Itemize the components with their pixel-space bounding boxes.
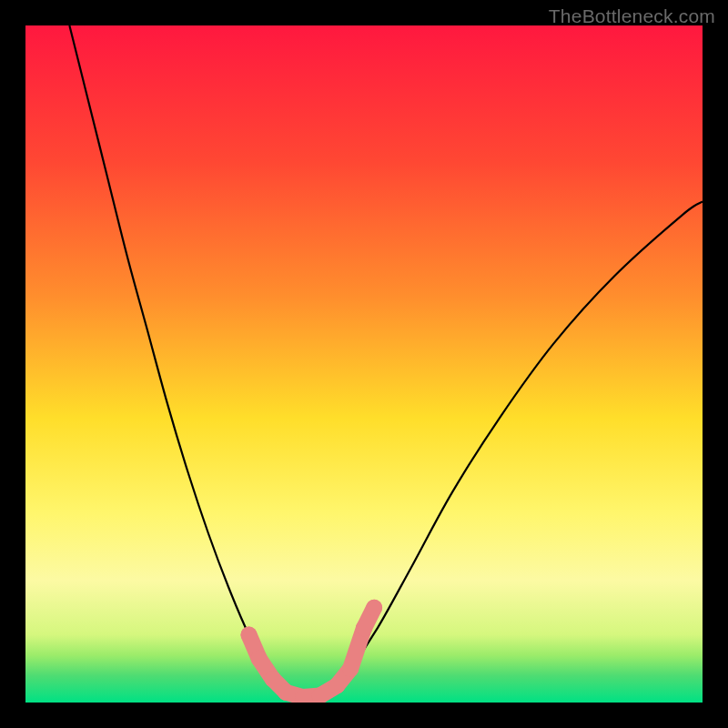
chart-svg xyxy=(25,25,703,703)
highlight-marker xyxy=(366,600,382,616)
plot-area xyxy=(25,25,703,703)
watermark-text: TheBottleneck.com xyxy=(549,5,715,27)
chart-background xyxy=(25,25,703,703)
chart-frame: TheBottleneck.com xyxy=(0,0,728,728)
